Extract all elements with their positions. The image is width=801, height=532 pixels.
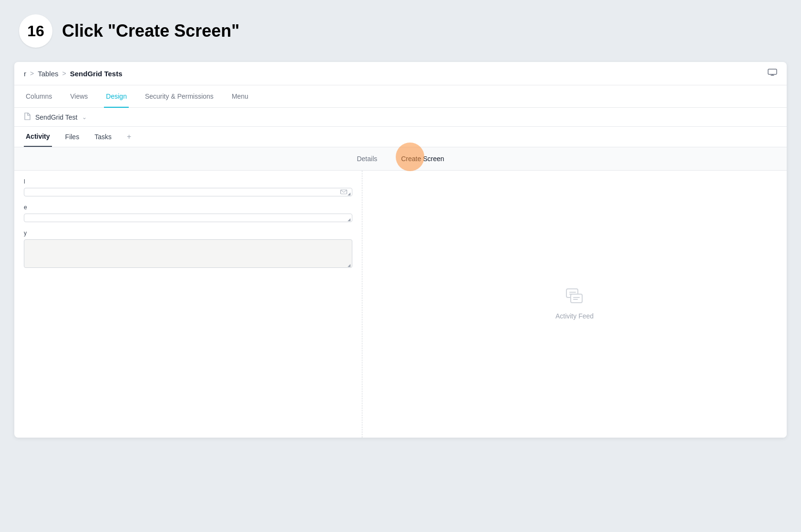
field-label-1: l (24, 178, 352, 185)
breadcrumb-current: SendGrid Tests (70, 70, 123, 78)
breadcrumb-sep-1: > (30, 70, 34, 77)
tab-columns[interactable]: Columns (24, 86, 54, 108)
svg-rect-5 (571, 294, 582, 303)
resize-handle-2[interactable]: ◢ (348, 217, 351, 221)
record-name[interactable]: SendGrid Test (35, 113, 77, 121)
record-chevron-icon[interactable]: ⌄ (82, 114, 87, 121)
activity-feed-icon (566, 288, 583, 307)
create-screen-tab[interactable]: Create Screen (396, 152, 449, 165)
breadcrumb: r > Tables > SendGrid Tests (24, 70, 122, 78)
field-group-2: e ◢ (24, 204, 352, 222)
field-label-2: e (24, 204, 352, 211)
svg-rect-0 (768, 69, 777, 74)
sub-tab-tasks[interactable]: Tasks (92, 127, 113, 146)
detail-create-tabs: Details Create Screen (14, 147, 787, 171)
breadcrumb-root[interactable]: r (24, 70, 26, 78)
resize-handle-3[interactable]: ◢ (348, 263, 351, 267)
tab-design[interactable]: Design (104, 86, 129, 108)
field-input-1[interactable] (24, 188, 352, 196)
field-input-3[interactable] (24, 239, 352, 268)
activity-feed-placeholder: Activity Feed (555, 288, 594, 320)
activity-feed-label: Activity Feed (555, 312, 594, 320)
tab-navigation: Columns Views Design Security & Permissi… (14, 85, 787, 108)
field-group-3: y ◢ (24, 230, 352, 268)
sub-tabs: Activity Files Tasks + (14, 127, 787, 147)
tab-views[interactable]: Views (68, 86, 90, 108)
breadcrumb-tables[interactable]: Tables (38, 70, 58, 78)
record-document-icon (24, 113, 31, 122)
sub-tab-add-button[interactable]: + (125, 127, 133, 147)
resize-handle-1[interactable]: ◢ (348, 192, 351, 195)
sub-tab-files[interactable]: Files (63, 127, 82, 146)
step-instruction: Click "Create Screen" (62, 21, 239, 41)
field-input-2[interactable] (24, 214, 352, 222)
monitor-icon[interactable] (768, 69, 777, 78)
activity-feed-panel: Activity Feed (362, 171, 787, 438)
record-row: SendGrid Test ⌄ (14, 108, 787, 127)
details-tab[interactable]: Details (352, 152, 382, 165)
tab-security[interactable]: Security & Permissions (143, 86, 216, 108)
email-icon (340, 189, 347, 196)
tab-menu[interactable]: Menu (230, 86, 250, 108)
main-panel: l ◢ (14, 171, 787, 438)
step-number: 16 (19, 14, 52, 48)
field-label-3: y (24, 230, 352, 236)
breadcrumb-sep-2: > (62, 70, 66, 77)
form-panel: l ◢ (14, 171, 362, 438)
field-group-1: l ◢ (24, 178, 352, 196)
sub-tab-activity[interactable]: Activity (24, 127, 52, 147)
